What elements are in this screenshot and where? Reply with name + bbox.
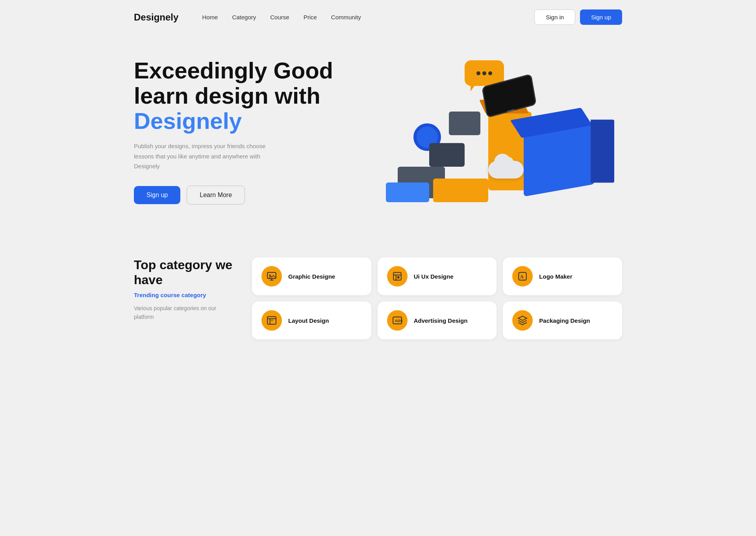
- hero-subtitle: Publish your designs, impress your frien…: [134, 141, 284, 171]
- svg-point-1: [269, 275, 271, 276]
- category-card-advertising[interactable]: ADS Advertising Design: [378, 302, 497, 339]
- hero-illustration: [339, 48, 622, 214]
- dot-2: [482, 71, 486, 75]
- category-card-packaging[interactable]: Packaging Design: [503, 302, 622, 339]
- iso-3d-scene: [374, 48, 602, 214]
- hero-text: Exceedingly Good learn design with Desig…: [134, 58, 339, 205]
- categories-header: Top category we have Trending course cat…: [134, 257, 236, 322]
- advertising-label: Advertising Design: [414, 317, 468, 324]
- hero-buttons: Sign up Learn More: [134, 186, 339, 205]
- gray-stair-cube: [449, 112, 480, 135]
- hero-heading-line2: learn design with: [134, 83, 339, 108]
- hero-section: Exceedingly Good learn design with Desig…: [134, 33, 622, 238]
- cloud-icon: [488, 161, 524, 179]
- hero-signup-button[interactable]: Sign up: [134, 186, 180, 204]
- brand-logo[interactable]: Designely: [134, 12, 178, 23]
- categories-inner: Top category we have Trending course cat…: [134, 257, 622, 339]
- nav-community[interactable]: Community: [331, 14, 361, 20]
- svg-text:A: A: [520, 274, 524, 279]
- hero-heading-line1: Exceedingly Good: [134, 58, 339, 83]
- logo-maker-icon: A: [512, 266, 533, 287]
- signin-button[interactable]: Sign in: [534, 9, 575, 25]
- gray-mid-cube: [429, 143, 465, 167]
- svg-rect-11: [271, 320, 273, 321]
- category-card-logo-maker[interactable]: A Logo Maker: [503, 257, 622, 295]
- orange-stair-cube: [433, 179, 488, 202]
- logo-maker-label: Logo Maker: [539, 273, 572, 280]
- svg-text:ADS: ADS: [395, 318, 402, 323]
- dot-1: [476, 71, 480, 75]
- graphic-design-icon: [261, 266, 282, 287]
- nav-links: Home Category Course Price Community: [202, 14, 534, 20]
- nav-course[interactable]: Course: [270, 14, 289, 20]
- nav-actions: Sign in Sign up: [534, 9, 622, 25]
- categories-desc: Various popular categories on our platfo…: [134, 304, 236, 322]
- layout-design-label: Layout Design: [288, 317, 329, 324]
- packaging-label: Packaging Design: [539, 317, 590, 324]
- blue-large-cube: [524, 121, 595, 197]
- categories-section: Top category we have Trending course cat…: [134, 238, 622, 355]
- svg-rect-2: [393, 272, 401, 280]
- svg-rect-5: [397, 276, 399, 278]
- categories-grid: Graphic Designe Ui Ux Designe: [252, 257, 622, 339]
- category-card-layout-design[interactable]: Layout Design: [252, 302, 371, 339]
- nav-home[interactable]: Home: [202, 14, 218, 20]
- packaging-icon: [512, 310, 533, 331]
- nav-category[interactable]: Category: [232, 14, 256, 20]
- categories-subtitle: Trending course category: [134, 292, 236, 298]
- nav-price[interactable]: Price: [304, 14, 317, 20]
- graphic-design-label: Graphic Designe: [288, 273, 335, 280]
- navbar: Designely Home Category Course Price Com…: [134, 0, 622, 33]
- signup-nav-button[interactable]: Sign up: [580, 9, 622, 25]
- dot-3: [488, 71, 492, 75]
- categories-title: Top category we have: [134, 257, 236, 288]
- category-card-graphic-design[interactable]: Graphic Designe: [252, 257, 371, 295]
- hero-brand-name: Designely: [134, 108, 339, 134]
- ui-ux-label: Ui Ux Designe: [414, 273, 454, 280]
- blue-small-cube: [386, 182, 429, 202]
- hero-learn-more-button[interactable]: Learn More: [187, 186, 245, 205]
- ui-ux-icon: [387, 266, 408, 287]
- advertising-icon: ADS: [387, 310, 408, 331]
- category-card-ui-ux[interactable]: Ui Ux Designe: [378, 257, 497, 295]
- layout-design-icon: [261, 310, 282, 331]
